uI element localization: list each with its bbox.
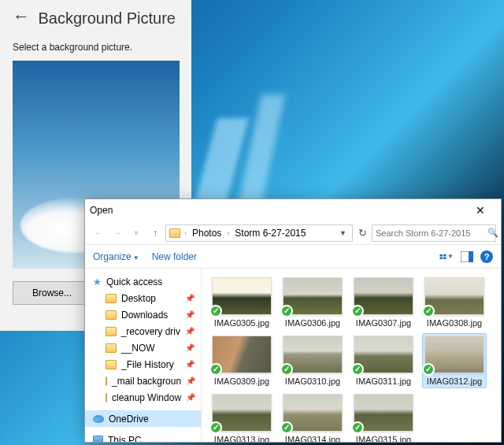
sync-check-icon: ✓ — [209, 421, 222, 434]
folder-icon — [106, 343, 117, 353]
file-name: IMAG0305.jpg — [210, 318, 273, 328]
nav-pinned-item[interactable]: _File History📌 — [85, 356, 201, 373]
search-icon[interactable]: 🔍 — [487, 228, 498, 238]
nav-pinned-item[interactable]: Desktop📌 — [85, 290, 201, 306]
nav-label: _File History — [121, 359, 174, 370]
sync-check-icon: ✓ — [280, 363, 293, 376]
file-name: IMAG0312.jpg — [423, 376, 486, 386]
file-list: ✓IMAG0305.jpg✓IMAG0306.jpg✓IMAG0307.jpg✓… — [202, 269, 501, 442]
file-name: IMAG0311.jpg — [352, 376, 415, 386]
nav-label: Quick access — [106, 276, 162, 287]
close-icon[interactable]: ✕ — [465, 204, 496, 217]
panel-subtitle: Select a background picture. — [13, 42, 179, 53]
star-icon: ★ — [93, 276, 102, 287]
nav-up-icon[interactable]: ↑ — [146, 224, 164, 242]
folder-icon — [106, 310, 117, 320]
search-box[interactable]: 🔍 — [372, 224, 496, 242]
svg-rect-0 — [440, 254, 443, 256]
file-item[interactable]: ✓IMAG0310.jpg — [280, 333, 345, 388]
open-dialog: Open ✕ ← → ▼ ↑ › Photos › Storm 6-27-201… — [84, 198, 502, 443]
chevron-down-icon: ▼ — [133, 254, 139, 261]
file-item[interactable]: ✓IMAG0306.jpg — [280, 275, 345, 330]
nav-pinned-item[interactable]: _recovery driv📌 — [85, 323, 201, 339]
refresh-icon[interactable]: ↻ — [354, 227, 370, 239]
sync-check-icon: ✓ — [209, 305, 222, 317]
file-item[interactable]: ✓IMAG0311.jpg — [351, 333, 416, 388]
folder-icon — [106, 360, 117, 369]
nav-this-pc[interactable]: This PC — [85, 432, 201, 442]
sync-check-icon: ✓ — [209, 363, 222, 376]
folder-icon — [106, 294, 117, 303]
new-folder-button[interactable]: New folder — [152, 251, 197, 262]
file-item[interactable]: ✓IMAG0308.jpg — [422, 275, 487, 330]
file-thumbnail: ✓ — [354, 336, 413, 373]
file-name: IMAG0310.jpg — [281, 376, 344, 386]
navigation-pane: ★ Quick access Desktop📌Downloads📌_recove… — [85, 269, 202, 442]
chevron-down-icon: ▼ — [447, 253, 454, 260]
onedrive-icon — [93, 415, 104, 423]
nav-label: Downloads — [121, 310, 168, 321]
nav-pinned-item[interactable]: __NOW📌 — [85, 339, 201, 356]
nav-label: _recovery driv — [121, 326, 180, 337]
browse-button[interactable]: Browse... — [13, 281, 91, 305]
file-thumbnail: ✓ — [212, 277, 272, 315]
svg-rect-2 — [440, 257, 443, 259]
pin-icon: 📌 — [185, 294, 195, 302]
file-item[interactable]: ✓IMAG0315.jpg — [351, 391, 416, 442]
file-item[interactable]: ✓IMAG0314.jpg — [280, 391, 345, 442]
pin-icon: 📌 — [185, 360, 195, 369]
nav-back-icon: ← — [90, 224, 107, 242]
sync-check-icon: ✓ — [351, 305, 364, 317]
nav-pinned-item[interactable]: _mail backgroun📌 — [85, 373, 201, 389]
sync-check-icon: ✓ — [422, 363, 435, 376]
chevron-down-icon[interactable]: ▼ — [128, 224, 145, 242]
sync-check-icon: ✓ — [280, 421, 293, 434]
nav-label: __NOW — [121, 343, 155, 354]
nav-quick-access[interactable]: ★ Quick access — [85, 273, 201, 290]
back-icon[interactable]: ← — [13, 6, 30, 26]
sync-check-icon: ✓ — [280, 305, 293, 317]
pin-icon: 📌 — [186, 376, 195, 385]
address-dropdown-icon[interactable]: ▼ — [337, 229, 349, 237]
nav-label: Desktop — [121, 293, 156, 304]
nav-pinned-item[interactable]: Downloads📌 — [85, 306, 201, 323]
breadcrumb-parent[interactable]: Photos — [191, 228, 223, 239]
chevron-right-icon[interactable]: › — [226, 229, 230, 237]
nav-onedrive[interactable]: OneDrive — [85, 410, 201, 427]
breadcrumb-current[interactable]: Storm 6-27-2015 — [233, 228, 307, 239]
file-thumbnail: ✓ — [424, 336, 484, 373]
file-thumbnail: ✓ — [354, 394, 413, 432]
file-thumbnail: ✓ — [283, 336, 343, 373]
pc-icon — [93, 436, 103, 442]
file-item[interactable]: ✓IMAG0305.jpg — [209, 275, 274, 330]
folder-icon — [169, 228, 180, 238]
file-item[interactable]: ✓IMAG0307.jpg — [351, 275, 416, 330]
file-name: IMAG0307.jpg — [352, 318, 415, 328]
nav-forward-icon: → — [109, 224, 126, 242]
file-thumbnail: ✓ — [283, 394, 343, 432]
file-item[interactable]: ✓IMAG0313.jpg — [209, 391, 274, 442]
preview-pane-icon[interactable] — [460, 250, 474, 263]
pin-icon: 📌 — [186, 393, 195, 402]
file-thumbnail: ✓ — [212, 336, 272, 373]
file-item[interactable]: ✓IMAG0309.jpg — [209, 333, 274, 388]
nav-label: OneDrive — [109, 413, 149, 425]
nav-pinned-item[interactable]: cleanup Window📌 — [85, 389, 201, 406]
address-bar[interactable]: › Photos › Storm 6-27-2015 ▼ — [165, 224, 353, 242]
svg-rect-1 — [443, 254, 447, 256]
titlebar: Open ✕ — [85, 199, 501, 221]
file-name: IMAG0306.jpg — [281, 318, 344, 328]
nav-label: This PC — [108, 435, 142, 443]
file-thumbnail: ✓ — [283, 277, 343, 315]
view-large-icon[interactable]: ▼ — [439, 250, 454, 263]
sync-check-icon: ✓ — [351, 363, 364, 376]
organize-menu[interactable]: Organize▼ — [93, 251, 139, 262]
file-item[interactable]: ✓IMAG0312.jpg — [422, 333, 487, 388]
svg-rect-3 — [443, 257, 447, 259]
search-input[interactable] — [376, 228, 484, 238]
dialog-title: Open — [90, 205, 465, 216]
pin-icon: 📌 — [185, 343, 195, 352]
file-thumbnail: ✓ — [424, 277, 484, 315]
chevron-right-icon[interactable]: › — [183, 229, 187, 237]
help-icon[interactable]: ? — [480, 250, 493, 263]
